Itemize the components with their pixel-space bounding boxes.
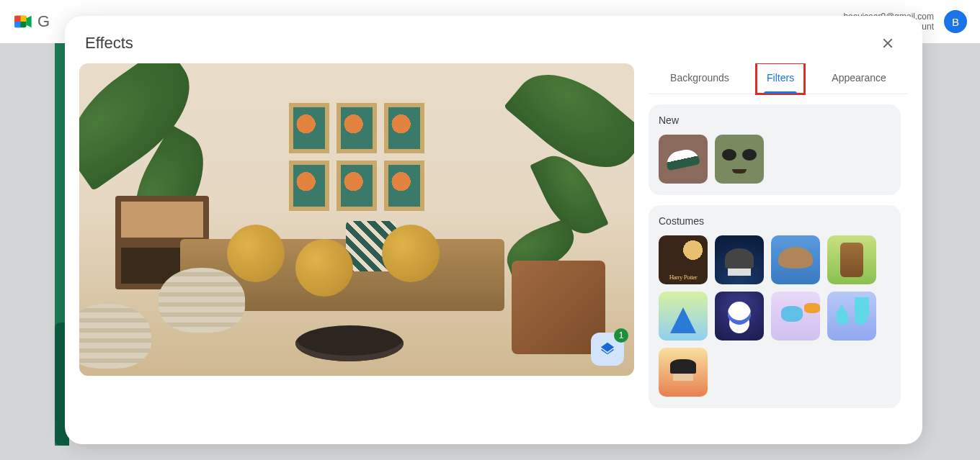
filter-tile-log[interactable] xyxy=(827,235,876,284)
section-costumes: CostumesHarry Potter xyxy=(649,205,901,408)
decoration xyxy=(227,225,285,282)
tile-grid: Harry Potter xyxy=(659,235,891,397)
decoration xyxy=(79,304,151,369)
video-preview: 1 xyxy=(79,63,634,376)
tile-caption: Harry Potter xyxy=(659,274,708,281)
filter-tile-fedora[interactable] xyxy=(715,235,764,284)
filter-tile-cowboy[interactable] xyxy=(771,235,820,284)
decoration xyxy=(295,239,353,297)
layers-icon xyxy=(600,341,615,357)
decoration xyxy=(289,103,424,211)
section-title: Costumes xyxy=(659,215,891,227)
close-icon xyxy=(880,35,896,51)
close-button[interactable] xyxy=(873,29,902,58)
tile-grid xyxy=(659,135,891,184)
filter-tile-cap[interactable] xyxy=(659,135,708,184)
preview-area: 1 xyxy=(79,63,634,433)
applied-effects-count: 1 xyxy=(614,328,628,343)
decoration xyxy=(382,225,440,282)
filter-tile-cat[interactable] xyxy=(827,292,876,341)
applied-effects-button[interactable]: 1 xyxy=(591,333,624,366)
section-new: New xyxy=(649,104,901,195)
modal-title: Effects xyxy=(85,34,133,53)
filter-tile-snorkel[interactable] xyxy=(771,292,820,341)
effects-panel: BackgroundsFiltersAppearance NewCostumes… xyxy=(649,63,908,433)
effects-modal: Effects xyxy=(65,16,922,444)
filter-tile-pirate[interactable] xyxy=(659,348,708,397)
filter-tile-astro[interactable] xyxy=(715,292,764,341)
tab-appearance[interactable]: Appearance xyxy=(821,63,896,94)
tab-filters[interactable]: Filters xyxy=(757,63,804,94)
section-title: New xyxy=(659,114,891,126)
filters-scroll[interactable]: NewCostumesHarry Potter xyxy=(649,94,908,433)
tab-bar: BackgroundsFiltersAppearance xyxy=(649,63,908,94)
filter-tile-tent[interactable] xyxy=(659,292,708,341)
tab-backgrounds[interactable]: Backgrounds xyxy=(660,63,739,94)
decoration xyxy=(159,268,245,333)
filter-tile-shades[interactable] xyxy=(715,135,764,184)
decoration xyxy=(295,325,404,361)
filter-tile-hp[interactable]: Harry Potter xyxy=(659,235,708,284)
